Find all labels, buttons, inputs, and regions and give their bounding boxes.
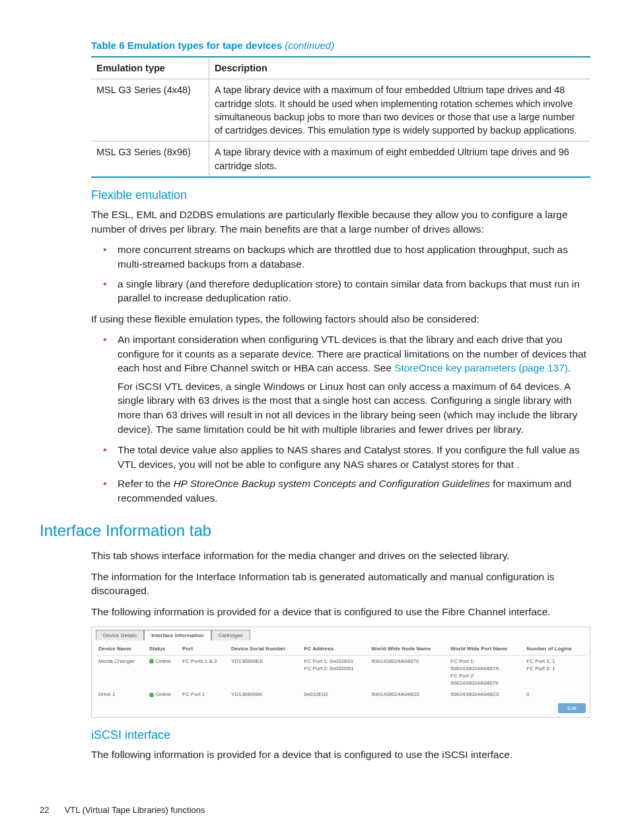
cell-fcaddr: 0x032E02 <box>302 689 369 700</box>
cell-port: FC Port 1 <box>180 689 228 700</box>
li-text: Refer to the <box>118 478 174 489</box>
cell-wwnn: 5001438024A04B22 <box>368 689 448 700</box>
caption-main: Table 6 Emulation types for tape devices <box>91 40 285 51</box>
edit-button[interactable]: Edit <box>558 703 586 713</box>
flex-mid: If using these flexible emulation types,… <box>91 312 590 326</box>
cell-logins: 0 <box>524 689 586 700</box>
cell-port: FC Ports 1 & 2 <box>180 655 228 689</box>
cell-wwpn: FC Port 1: 5001438024A0487A FC Port 2: 5… <box>448 655 524 689</box>
th-serial: Device Serial Number <box>228 643 301 655</box>
list-item: An important consideration when configur… <box>118 332 590 436</box>
list-item: a single library (and therefore deduplic… <box>118 277 590 305</box>
doc-reference: HP StoreOnce Backup system Concepts and … <box>174 478 490 489</box>
table-row: Media Changer Online FC Ports 1 & 2 YD13… <box>96 655 586 689</box>
list-item: The total device value also applies to N… <box>118 443 590 471</box>
iit-p2: The information for the Interface Inform… <box>91 570 590 598</box>
heading-interface-info-tab: Interface Information tab <box>40 519 590 542</box>
list-item: Refer to the HP StoreOnce Backup system … <box>118 477 590 505</box>
cell-status: Online <box>147 655 180 689</box>
link-storeonce-params[interactable]: StoreOnce key parameters (page 137) <box>394 362 568 373</box>
tab-device-details[interactable]: Device Details <box>96 630 144 640</box>
cell-fcaddr: FC Port 1: 0x032E01 FC Port 2: 0x032D01 <box>302 655 369 689</box>
heading-flexible-emulation: Flexible emulation <box>91 187 590 204</box>
cell-name: Media Changer <box>96 655 147 689</box>
cell-desc: A tape library device with a maximum of … <box>209 79 591 141</box>
th-fc-address: FC Address <box>302 643 369 655</box>
cell-status: Online <box>147 689 180 700</box>
cell-serial: YD1308069K <box>228 689 301 700</box>
page-number: 22 <box>40 804 62 816</box>
status-dot-icon <box>149 693 154 697</box>
th-status: Status <box>147 643 180 655</box>
cell-serial: YD130806EK <box>228 655 301 689</box>
th-logins: Number of Logins <box>524 643 586 655</box>
table-row: MSL G3 Series (8x96) A tape library devi… <box>91 141 590 177</box>
interface-table: Device Name Status Port Device Serial Nu… <box>96 643 586 700</box>
iscsi-p: The following information is provided fo… <box>91 747 590 762</box>
cell-name: Drive 1 <box>96 689 147 700</box>
cell-logins: FC Port 1: 1 FC Port 2: 1 <box>524 655 586 689</box>
cell-wwnn: 5001438024A04870 <box>368 655 448 689</box>
tab-cartridges[interactable]: Cartridges <box>211 630 250 640</box>
cell-type: MSL G3 Series (8x96) <box>91 141 209 177</box>
table-row: Drive 1 Online FC Port 1 YD1308069K 0x03… <box>96 689 586 700</box>
status-dot-icon <box>149 659 154 664</box>
interface-info-screenshot: Device Details Interface Information Car… <box>91 627 590 718</box>
page-footer: 22 VTL (Virtual Tape Libraries) function… <box>40 804 205 816</box>
iit-p3: The following information is provided fo… <box>91 605 590 619</box>
footer-title: VTL (Virtual Tape Libraries) functions <box>65 805 205 815</box>
caption-continued: (continued) <box>285 40 334 51</box>
heading-iscsi-interface: iSCSI interface <box>91 727 590 744</box>
table-row: MSL G3 Series (4x48) A tape library devi… <box>91 79 590 141</box>
cell-desc: A tape library device with a maximum of … <box>209 141 591 177</box>
iit-p1: This tab shows interface information for… <box>91 549 590 563</box>
th-emulation-type: Emulation type <box>91 57 209 79</box>
flex-intro: The ESL, EML and D2DBS emulations are pa… <box>91 208 590 236</box>
th-description: Description <box>209 57 591 79</box>
table-caption: Table 6 Emulation types for tape devices… <box>91 38 590 52</box>
th-wwnn: World Wide Node Name <box>368 643 448 655</box>
nested-paragraph: For iSCSI VTL devices, a single Windows … <box>118 379 590 436</box>
list-item: more concurrent streams on backups which… <box>118 243 590 271</box>
th-port: Port <box>180 643 228 655</box>
cell-wwpn: 5001438024A04B23 <box>448 689 524 700</box>
emulation-table: Emulation type Description MSL G3 Series… <box>91 56 590 178</box>
th-wwpn: World Wide Port Name <box>448 643 524 655</box>
th-device-name: Device Name <box>96 643 147 655</box>
tab-interface-information[interactable]: Interface Information <box>144 630 211 640</box>
cell-type: MSL G3 Series (4x48) <box>91 79 209 141</box>
li-text: . <box>568 362 571 373</box>
